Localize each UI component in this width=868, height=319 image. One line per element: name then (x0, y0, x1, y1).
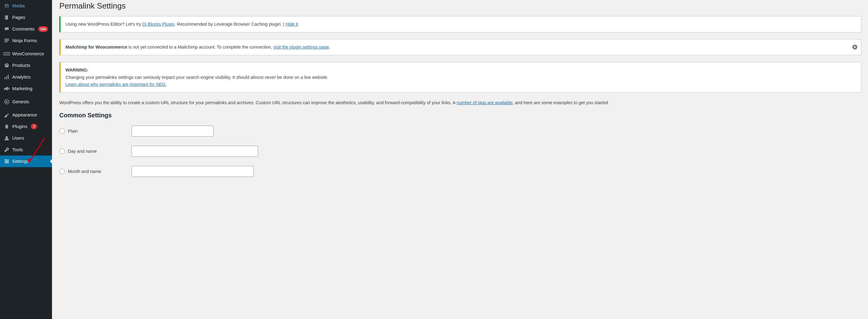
sidebar-item-tools[interactable]: Tools (0, 144, 52, 155)
notice-editor: Using new WordPress Editor? Let's try Di… (59, 16, 861, 32)
radio-month-name[interactable] (59, 169, 65, 174)
comments-badge: 104 (38, 26, 48, 32)
radio-plain-label[interactable]: Plain (59, 128, 131, 134)
settings-icon (4, 158, 10, 165)
sidebar-item-label: Users (12, 135, 24, 141)
sidebar-item-label: Pages (12, 14, 25, 21)
seo-permalinks-link[interactable]: Learn about why permalinks are important… (65, 82, 166, 87)
comment-icon (4, 26, 10, 32)
notice-mailchimp: Mailchimp for Woocommerce is not yet con… (59, 39, 861, 55)
sidebar-item-woocommerce[interactable]: Woo WooCommerce (0, 48, 52, 60)
svg-rect-4 (5, 41, 7, 42)
analytics-icon (4, 74, 10, 80)
users-icon (4, 135, 10, 141)
radio-month-name-label[interactable]: Month and name (59, 169, 131, 174)
radio-day-name[interactable] (59, 148, 65, 154)
section-common-settings: Common Settings (59, 112, 861, 119)
sidebar-item-label: Analytics (12, 74, 31, 80)
svg-rect-7 (8, 75, 9, 79)
field-day-name-example (131, 146, 258, 157)
sidebar-item-label: Marketing (12, 85, 32, 92)
svg-rect-3 (5, 40, 9, 41)
sidebar-item-label: WooCommerce (12, 51, 44, 57)
sidebar-item-pages[interactable]: Pages (0, 12, 52, 23)
sidebar-item-plugins[interactable]: Plugins 7 (0, 121, 52, 132)
mailchimp-settings-link[interactable]: visit the plugin settings page (273, 45, 329, 49)
field-month-name-example (131, 166, 254, 177)
sidebar-item-label: Settings (12, 158, 29, 165)
main-content: Permalink Settings Using new WordPress E… (52, 0, 868, 319)
svg-point-9 (5, 136, 8, 138)
sidebar-item-ninja-forms[interactable]: Ninja Forms (0, 35, 52, 46)
appearance-icon (4, 112, 10, 118)
page-icon (4, 14, 10, 21)
plugins-badge: 7 (31, 124, 37, 130)
svg-point-13 (5, 160, 6, 161)
svg-rect-6 (6, 76, 7, 79)
woo-icon: Woo (4, 51, 10, 57)
sidebar-item-settings[interactable]: Settings (0, 155, 52, 167)
marketing-icon (4, 85, 10, 92)
sidebar-item-label: Ninja Forms (12, 38, 37, 44)
sidebar-item-products[interactable]: Products (0, 60, 52, 71)
svg-point-15 (5, 162, 7, 164)
sidebar-item-label: Media (12, 3, 25, 9)
sidebar-item-comments[interactable]: Comments 104 (0, 23, 52, 35)
svg-rect-2 (5, 39, 9, 40)
sidebar-item-label: Genesis (12, 99, 29, 105)
radio-plain[interactable] (59, 128, 65, 134)
hide-notice-link[interactable]: Hide it (286, 22, 298, 27)
sidebar-item-label: Products (12, 62, 30, 68)
sidebar-item-label: Appearance (12, 112, 37, 118)
tools-icon (4, 147, 10, 153)
admin-sidebar: Media Pages Comments 104 Ninja Forms Woo… (0, 0, 52, 319)
sidebar-item-label: Comments (12, 26, 35, 32)
product-icon (4, 62, 10, 68)
genesis-icon (4, 99, 10, 105)
option-month-name: Month and name (59, 166, 861, 177)
sidebar-item-users[interactable]: Users (0, 132, 52, 144)
svg-rect-5 (5, 77, 5, 79)
di-blocks-link[interactable]: Di Blocks Plugin (143, 22, 175, 27)
sidebar-item-label: Plugins (12, 123, 27, 130)
sidebar-item-media[interactable]: Media (0, 0, 52, 12)
intro-paragraph: WordPress offers you the ability to crea… (59, 99, 861, 106)
tags-available-link[interactable]: number of tags are available (457, 100, 513, 105)
plugin-icon (4, 123, 10, 130)
notice-mailchimp-title: Mailchimp for Woocommerce (65, 45, 127, 49)
dismiss-button[interactable] (852, 44, 858, 50)
sidebar-item-analytics[interactable]: Analytics (0, 71, 52, 83)
svg-rect-1 (5, 15, 8, 19)
form-icon (4, 38, 10, 44)
sidebar-item-marketing[interactable]: Marketing (0, 83, 52, 95)
camera-icon (4, 3, 10, 9)
sidebar-item-label: Tools (12, 147, 23, 153)
sidebar-item-genesis[interactable]: Genesis (0, 96, 52, 108)
sidebar-item-appearance[interactable]: Appearance (0, 109, 52, 121)
svg-point-14 (7, 161, 8, 162)
option-plain: Plain (59, 126, 861, 137)
warning-heading: WARNING: (65, 68, 88, 72)
page-title: Permalink Settings (59, 0, 861, 16)
field-plain-example (131, 126, 214, 137)
option-day-name: Day and name (59, 146, 861, 157)
radio-day-name-label[interactable]: Day and name (59, 148, 131, 154)
notice-warning: WARNING: Changing your permalinks settin… (59, 62, 861, 93)
